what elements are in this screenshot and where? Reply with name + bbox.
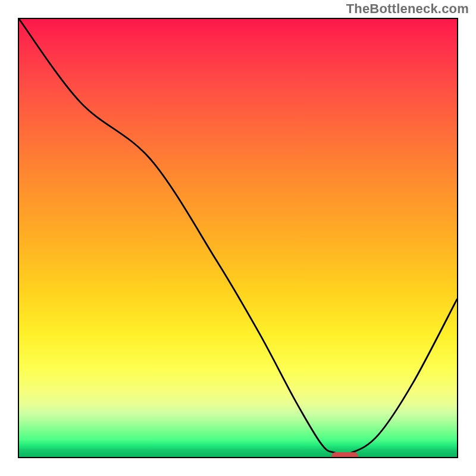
plot-frame — [18, 18, 458, 458]
optimum-marker — [331, 452, 358, 458]
bottleneck-curve — [19, 19, 457, 457]
chart-stage: TheBottleneck.com — [0, 0, 476, 476]
watermark-text: TheBottleneck.com — [346, 1, 469, 17]
